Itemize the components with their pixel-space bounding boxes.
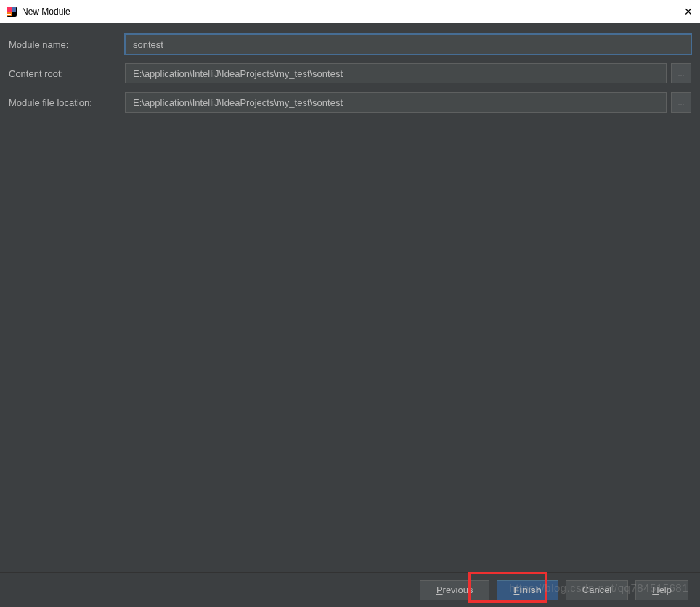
titlebar: New Module ✕ xyxy=(0,0,700,23)
module-file-location-browse-button[interactable]: ... xyxy=(671,92,691,113)
content-root-input[interactable] xyxy=(125,63,667,83)
svg-rect-2 xyxy=(12,7,16,12)
content-area: Module name: Content root: ... Module fi… xyxy=(0,23,700,572)
content-root-label: Content root: xyxy=(9,68,125,79)
module-name-row: Module name: xyxy=(9,34,691,54)
svg-rect-4 xyxy=(7,14,11,15)
content-root-browse-button[interactable]: ... xyxy=(671,63,691,83)
previous-button[interactable]: Previous xyxy=(420,580,490,600)
module-name-label: Module name: xyxy=(9,39,125,50)
module-file-location-row: Module file location: ... xyxy=(9,92,691,113)
help-button[interactable]: Help xyxy=(635,580,688,600)
module-file-location-label: Module file location: xyxy=(9,97,125,108)
close-icon[interactable]: ✕ xyxy=(684,7,693,16)
app-icon xyxy=(6,6,17,17)
cancel-button[interactable]: Cancel xyxy=(566,580,628,600)
finish-button[interactable]: Finish xyxy=(497,580,558,600)
module-name-input[interactable] xyxy=(125,34,691,54)
button-bar: Previous Finish Cancel Help xyxy=(0,572,700,607)
content-root-row: Content root: ... xyxy=(9,63,691,83)
svg-rect-1 xyxy=(7,7,12,12)
window-title: New Module xyxy=(22,7,70,17)
module-file-location-input[interactable] xyxy=(125,92,667,113)
